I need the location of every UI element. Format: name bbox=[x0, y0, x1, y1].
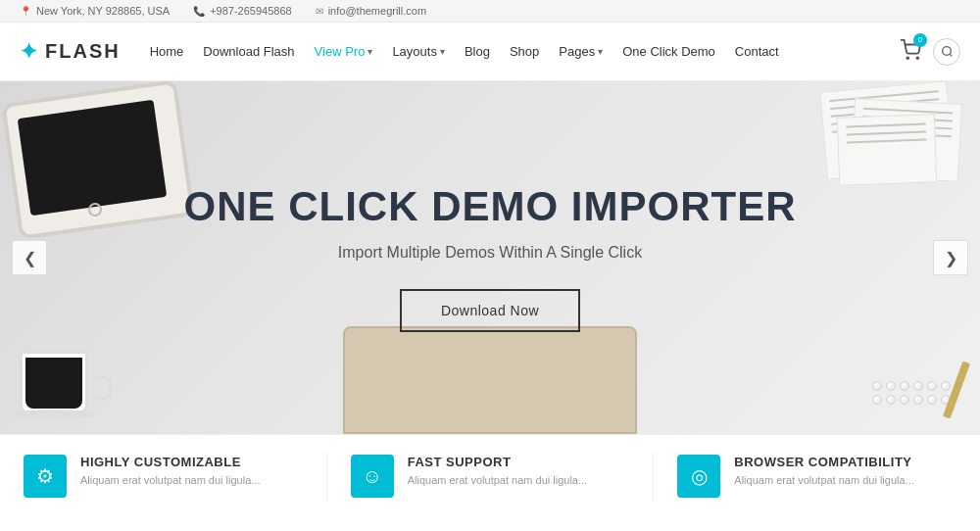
logo[interactable]: ✦ FLASH bbox=[20, 39, 121, 65]
feature-text-browser: BROWSER COMPATIBILITY Aliquam erat volut… bbox=[734, 455, 913, 488]
feature-title-support: FAST SUPPORT bbox=[408, 455, 587, 469]
pearl bbox=[900, 395, 909, 405]
feature-item-browser: ◎ BROWSER COMPATIBILITY Aliquam erat vol… bbox=[654, 451, 980, 502]
svg-point-2 bbox=[942, 47, 951, 56]
feature-item-customizable: ⚙ HIGHLY CUSTOMIZABLE Aliquam erat volut… bbox=[0, 451, 327, 502]
feature-icon-browser: ◎ bbox=[677, 455, 720, 498]
feature-item-support: ☺ FAST SUPPORT Aliquam erat volutpat nam… bbox=[327, 451, 655, 502]
nav-contact[interactable]: Contact bbox=[735, 44, 779, 59]
hero-section: ONE CLICK DEMO IMPORTER Import Multiple … bbox=[0, 81, 980, 434]
coffee-cup bbox=[20, 336, 98, 414]
cup-body bbox=[20, 351, 88, 414]
topbar: 📍 New York, NY 928865, USA 📞 +987-265945… bbox=[0, 0, 980, 23]
pearl bbox=[927, 395, 937, 405]
topbar-phone-text: +987-265945868 bbox=[210, 5, 292, 17]
location-icon: 📍 bbox=[20, 6, 31, 17]
deco-pearls bbox=[872, 381, 951, 405]
nav-blog[interactable]: Blog bbox=[465, 44, 490, 59]
feature-desc-browser: Aliquam erat volutpat nam dui ligula... bbox=[734, 473, 913, 488]
svg-line-3 bbox=[950, 54, 952, 56]
deco-coffee bbox=[20, 316, 118, 414]
email-icon: ✉ bbox=[316, 6, 323, 17]
pearl bbox=[886, 395, 896, 405]
slider-prev-button[interactable]: ❮ bbox=[12, 240, 47, 275]
pearl bbox=[886, 381, 896, 391]
feature-icon-customizable: ⚙ bbox=[24, 455, 67, 498]
nav-one-click-demo[interactable]: One Click Demo bbox=[622, 44, 715, 59]
features-section: ⚙ HIGHLY CUSTOMIZABLE Aliquam erat volut… bbox=[0, 434, 980, 502]
laptop-body bbox=[343, 326, 637, 434]
header: ✦ FLASH Home Download Flash View Pro Lay… bbox=[0, 23, 980, 81]
deco-tablet bbox=[0, 81, 196, 238]
feature-title-customizable: HIGHLY CUSTOMIZABLE bbox=[80, 455, 260, 469]
pearl bbox=[941, 381, 951, 391]
blueprint-3 bbox=[837, 114, 937, 185]
pearl bbox=[913, 381, 923, 391]
download-now-button[interactable]: Download Now bbox=[400, 289, 580, 332]
search-button[interactable] bbox=[933, 38, 960, 66]
tablet-screen bbox=[18, 100, 168, 217]
topbar-email-text: info@themegrill.com bbox=[328, 5, 426, 17]
main-nav: Home Download Flash View Pro Layouts Blo… bbox=[150, 44, 900, 59]
cup-saucer bbox=[12, 410, 96, 419]
arrow-right-icon: ❯ bbox=[945, 249, 957, 267]
hero-content: ONE CLICK DEMO IMPORTER Import Multiple … bbox=[183, 183, 796, 332]
feature-text-customizable: HIGHLY CUSTOMIZABLE Aliquam erat volutpa… bbox=[80, 455, 260, 488]
pearl bbox=[927, 381, 937, 391]
pearl bbox=[913, 395, 923, 405]
feature-text-support: FAST SUPPORT Aliquam erat volutpat nam d… bbox=[408, 455, 587, 488]
pearl bbox=[900, 381, 909, 391]
nav-home[interactable]: Home bbox=[150, 44, 184, 59]
nav-download-flash[interactable]: Download Flash bbox=[203, 44, 294, 59]
logo-text: FLASH bbox=[45, 40, 121, 63]
cup-handle bbox=[94, 376, 112, 400]
feature-desc-customizable: Aliquam erat volutpat nam dui ligula... bbox=[80, 473, 260, 488]
deco-blueprints bbox=[794, 81, 970, 218]
topbar-location-text: New York, NY 928865, USA bbox=[36, 5, 170, 17]
nav-pages[interactable]: Pages bbox=[559, 44, 603, 59]
svg-point-0 bbox=[906, 57, 908, 59]
nav-icons: 0 bbox=[900, 38, 960, 66]
hero-title: ONE CLICK DEMO IMPORTER bbox=[183, 183, 796, 230]
pearl bbox=[872, 395, 882, 405]
gear-icon: ⚙ bbox=[36, 464, 54, 488]
feature-desc-support: Aliquam erat volutpat nam dui ligula... bbox=[408, 473, 587, 488]
support-icon: ☺ bbox=[362, 465, 381, 488]
feature-title-browser: BROWSER COMPATIBILITY bbox=[734, 455, 913, 469]
cup-liquid bbox=[25, 358, 82, 409]
phone-icon: 📞 bbox=[193, 6, 205, 17]
topbar-email: ✉ info@themegrill.com bbox=[316, 5, 426, 17]
svg-point-1 bbox=[916, 57, 918, 59]
slider-next-button[interactable]: ❯ bbox=[933, 240, 968, 275]
hero-subtitle: Import Multiple Demos Within A Single Cl… bbox=[183, 244, 796, 262]
pearl bbox=[872, 381, 882, 391]
logo-icon: ✦ bbox=[20, 39, 39, 65]
topbar-location: 📍 New York, NY 928865, USA bbox=[20, 5, 170, 17]
arrow-left-icon: ❮ bbox=[24, 249, 36, 267]
topbar-phone: 📞 +987-265945868 bbox=[193, 5, 292, 17]
feature-icon-support: ☺ bbox=[351, 455, 394, 498]
nav-view-pro[interactable]: View Pro bbox=[315, 44, 373, 59]
nav-shop[interactable]: Shop bbox=[510, 44, 539, 59]
cart-badge: 0 bbox=[913, 33, 927, 47]
browser-icon: ◎ bbox=[691, 464, 708, 488]
nav-layouts[interactable]: Layouts bbox=[392, 44, 445, 59]
cart-button[interactable]: 0 bbox=[900, 39, 921, 65]
